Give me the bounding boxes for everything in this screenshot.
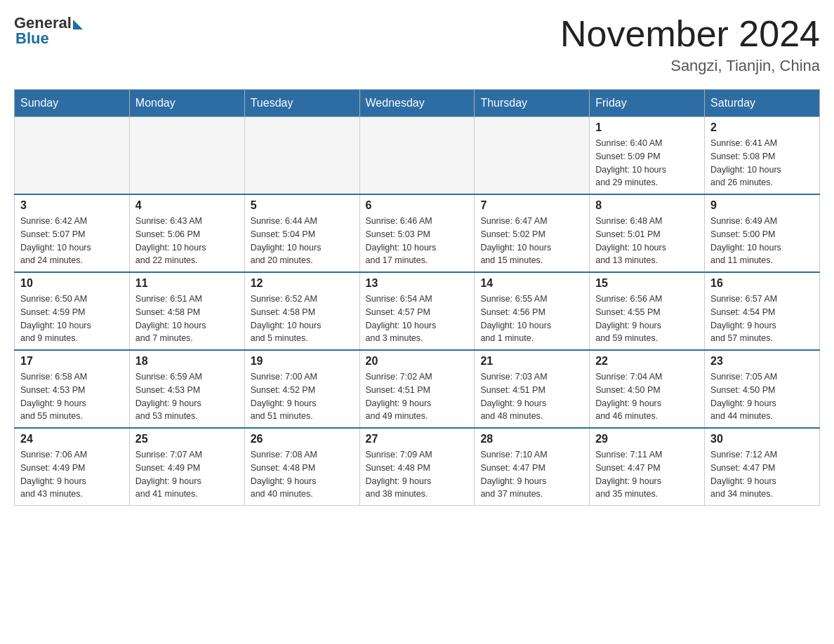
calendar-cell: 24Sunrise: 7:06 AM Sunset: 4:49 PM Dayli… [15, 428, 130, 506]
calendar-header-row: SundayMondayTuesdayWednesdayThursdayFrid… [15, 90, 820, 117]
page-header: General Blue November 2024 Sangzi, Tianj… [14, 14, 820, 75]
day-number: 19 [251, 355, 354, 368]
calendar-cell: 6Sunrise: 6:46 AM Sunset: 5:03 PM Daylig… [359, 194, 475, 272]
calendar-week-row: 1Sunrise: 6:40 AM Sunset: 5:09 PM Daylig… [15, 117, 820, 195]
day-number: 1 [595, 121, 699, 134]
logo: General Blue [14, 14, 83, 48]
day-info: Sunrise: 6:40 AM Sunset: 5:09 PM Dayligh… [595, 137, 699, 189]
day-number: 14 [480, 277, 583, 290]
calendar-cell: 12Sunrise: 6:52 AM Sunset: 4:58 PM Dayli… [244, 272, 359, 350]
calendar-cell: 18Sunrise: 6:59 AM Sunset: 4:53 PM Dayli… [129, 350, 244, 428]
day-info: Sunrise: 6:41 AM Sunset: 5:08 PM Dayligh… [710, 137, 814, 189]
day-info: Sunrise: 6:51 AM Sunset: 4:58 PM Dayligh… [135, 293, 239, 345]
day-info: Sunrise: 6:58 AM Sunset: 4:53 PM Dayligh… [20, 370, 124, 423]
calendar-cell: 27Sunrise: 7:09 AM Sunset: 4:48 PM Dayli… [359, 428, 475, 506]
day-number: 6 [366, 199, 469, 212]
day-number: 3 [20, 199, 124, 212]
calendar-header-wednesday: Wednesday [359, 90, 475, 117]
day-info: Sunrise: 6:42 AM Sunset: 5:07 PM Dayligh… [20, 215, 124, 267]
day-info: Sunrise: 6:48 AM Sunset: 5:01 PM Dayligh… [595, 215, 699, 267]
calendar-cell: 10Sunrise: 6:50 AM Sunset: 4:59 PM Dayli… [15, 272, 130, 350]
day-info: Sunrise: 7:03 AM Sunset: 4:51 PM Dayligh… [480, 370, 583, 423]
day-info: Sunrise: 7:06 AM Sunset: 4:49 PM Dayligh… [20, 448, 124, 501]
day-number: 27 [366, 433, 469, 445]
day-info: Sunrise: 7:02 AM Sunset: 4:51 PM Dayligh… [366, 370, 469, 423]
day-info: Sunrise: 7:12 AM Sunset: 4:47 PM Dayligh… [710, 448, 814, 501]
calendar-week-row: 10Sunrise: 6:50 AM Sunset: 4:59 PM Dayli… [15, 272, 820, 350]
day-info: Sunrise: 7:04 AM Sunset: 4:50 PM Dayligh… [595, 370, 699, 423]
day-number: 4 [135, 199, 239, 212]
day-info: Sunrise: 6:44 AM Sunset: 5:04 PM Dayligh… [251, 215, 354, 267]
day-info: Sunrise: 7:11 AM Sunset: 4:47 PM Dayligh… [595, 448, 699, 501]
day-number: 11 [135, 277, 239, 290]
day-number: 9 [710, 199, 814, 212]
day-info: Sunrise: 7:08 AM Sunset: 4:48 PM Dayligh… [251, 448, 354, 501]
calendar-cell: 1Sunrise: 6:40 AM Sunset: 5:09 PM Daylig… [590, 117, 705, 195]
day-number: 20 [366, 355, 469, 368]
day-number: 30 [710, 433, 814, 445]
logo-arrow-icon [73, 20, 83, 29]
day-info: Sunrise: 7:07 AM Sunset: 4:49 PM Dayligh… [135, 448, 239, 501]
calendar-cell [475, 117, 590, 195]
calendar-cell: 21Sunrise: 7:03 AM Sunset: 4:51 PM Dayli… [475, 350, 590, 428]
day-info: Sunrise: 6:55 AM Sunset: 4:56 PM Dayligh… [480, 293, 583, 345]
calendar-cell: 11Sunrise: 6:51 AM Sunset: 4:58 PM Dayli… [129, 272, 244, 350]
day-number: 21 [480, 355, 583, 368]
day-number: 23 [710, 355, 814, 368]
title-section: November 2024 Sangzi, Tianjin, China [560, 14, 820, 75]
day-number: 13 [366, 277, 469, 290]
calendar-header-tuesday: Tuesday [244, 90, 359, 117]
calendar-cell: 22Sunrise: 7:04 AM Sunset: 4:50 PM Dayli… [590, 350, 705, 428]
calendar-cell: 30Sunrise: 7:12 AM Sunset: 4:47 PM Dayli… [705, 428, 820, 506]
calendar-cell: 3Sunrise: 6:42 AM Sunset: 5:07 PM Daylig… [15, 194, 130, 272]
calendar-cell [15, 117, 130, 195]
calendar-header-saturday: Saturday [705, 90, 820, 117]
calendar-week-row: 3Sunrise: 6:42 AM Sunset: 5:07 PM Daylig… [15, 194, 820, 272]
day-info: Sunrise: 6:59 AM Sunset: 4:53 PM Dayligh… [135, 370, 239, 423]
calendar-cell: 17Sunrise: 6:58 AM Sunset: 4:53 PM Dayli… [15, 350, 130, 428]
calendar-cell: 23Sunrise: 7:05 AM Sunset: 4:50 PM Dayli… [705, 350, 820, 428]
day-number: 2 [710, 121, 814, 134]
day-number: 18 [135, 355, 239, 368]
calendar-cell: 20Sunrise: 7:02 AM Sunset: 4:51 PM Dayli… [359, 350, 475, 428]
day-info: Sunrise: 6:46 AM Sunset: 5:03 PM Dayligh… [366, 215, 469, 267]
calendar-cell: 2Sunrise: 6:41 AM Sunset: 5:08 PM Daylig… [705, 117, 820, 195]
day-number: 12 [251, 277, 354, 290]
calendar-table: SundayMondayTuesdayWednesdayThursdayFrid… [14, 89, 820, 506]
calendar-cell: 28Sunrise: 7:10 AM Sunset: 4:47 PM Dayli… [475, 428, 590, 506]
day-number: 29 [595, 433, 699, 445]
day-number: 7 [480, 199, 583, 212]
day-info: Sunrise: 6:56 AM Sunset: 4:55 PM Dayligh… [595, 293, 699, 345]
day-info: Sunrise: 6:57 AM Sunset: 4:54 PM Dayligh… [710, 293, 814, 345]
calendar-cell: 29Sunrise: 7:11 AM Sunset: 4:47 PM Dayli… [590, 428, 705, 506]
calendar-cell: 13Sunrise: 6:54 AM Sunset: 4:57 PM Dayli… [359, 272, 475, 350]
calendar-cell: 8Sunrise: 6:48 AM Sunset: 5:01 PM Daylig… [590, 194, 705, 272]
calendar-cell: 25Sunrise: 7:07 AM Sunset: 4:49 PM Dayli… [129, 428, 244, 506]
day-number: 16 [710, 277, 814, 290]
day-info: Sunrise: 6:52 AM Sunset: 4:58 PM Dayligh… [251, 293, 354, 345]
day-info: Sunrise: 7:00 AM Sunset: 4:52 PM Dayligh… [251, 370, 354, 423]
calendar-cell: 16Sunrise: 6:57 AM Sunset: 4:54 PM Dayli… [705, 272, 820, 350]
day-number: 15 [595, 277, 699, 290]
day-info: Sunrise: 6:43 AM Sunset: 5:06 PM Dayligh… [135, 215, 239, 267]
day-number: 25 [135, 433, 239, 445]
day-info: Sunrise: 6:54 AM Sunset: 4:57 PM Dayligh… [366, 293, 469, 345]
day-info: Sunrise: 7:05 AM Sunset: 4:50 PM Dayligh… [710, 370, 814, 423]
day-info: Sunrise: 6:50 AM Sunset: 4:59 PM Dayligh… [20, 293, 124, 345]
day-number: 10 [20, 277, 124, 290]
calendar-cell [129, 117, 244, 195]
calendar-cell: 15Sunrise: 6:56 AM Sunset: 4:55 PM Dayli… [590, 272, 705, 350]
calendar-header-monday: Monday [129, 90, 244, 117]
logo-blue-text: Blue [15, 29, 49, 48]
calendar-cell: 7Sunrise: 6:47 AM Sunset: 5:02 PM Daylig… [475, 194, 590, 272]
day-info: Sunrise: 6:49 AM Sunset: 5:00 PM Dayligh… [710, 215, 814, 267]
day-number: 26 [251, 433, 354, 445]
calendar-week-row: 17Sunrise: 6:58 AM Sunset: 4:53 PM Dayli… [15, 350, 820, 428]
day-number: 22 [595, 355, 699, 368]
calendar-header-friday: Friday [590, 90, 705, 117]
calendar-cell [359, 117, 475, 195]
day-number: 5 [251, 199, 354, 212]
calendar-cell [244, 117, 359, 195]
month-title: November 2024 [560, 14, 820, 54]
day-info: Sunrise: 6:47 AM Sunset: 5:02 PM Dayligh… [480, 215, 583, 267]
